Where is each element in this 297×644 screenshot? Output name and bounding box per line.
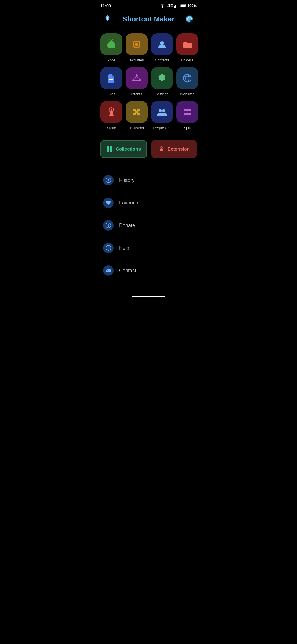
clock-icon: [105, 177, 111, 183]
websites-item[interactable]: Websites: [176, 67, 198, 96]
grid-icon: [106, 146, 113, 152]
apps-icon-bg: [100, 33, 122, 55]
question-icon: ?: [105, 245, 111, 251]
files-item[interactable]: Files: [100, 67, 122, 96]
svg-rect-1: [174, 6, 175, 8]
grid-row-1: Apps Activities Contacts: [100, 33, 197, 62]
files-icon: [105, 72, 117, 84]
group-icon: [156, 106, 168, 118]
split-item[interactable]: Split: [176, 101, 198, 130]
intents-item[interactable]: Intents: [126, 67, 148, 96]
favourite-label: Favourite: [119, 200, 140, 206]
settings-item[interactable]: Settings: [151, 67, 173, 96]
dollar-icon: $: [105, 222, 111, 228]
files-label: Files: [108, 92, 115, 96]
collections-button[interactable]: Collections: [100, 140, 147, 158]
extension-button[interactable]: Extension: [151, 140, 197, 158]
extension-label: Extension: [167, 146, 190, 152]
svg-point-13: [191, 18, 192, 19]
custom-item[interactable]: #Custom: [126, 101, 148, 130]
svg-line-19: [110, 39, 111, 41]
requested-icon-bg: [151, 101, 173, 123]
lte-label: LTE: [166, 4, 173, 8]
activities-icon: [131, 38, 143, 50]
contacts-icon: [156, 38, 168, 50]
split-icon: [181, 106, 193, 118]
svg-rect-6: [180, 5, 185, 7]
menu-list: History Favourite $ Donate ? Help: [95, 166, 202, 293]
contacts-icon-bg: [151, 33, 173, 55]
contact-menu-item[interactable]: Contact: [100, 259, 197, 282]
activities-icon-bg: [126, 33, 148, 55]
mail-icon-bg: [103, 265, 114, 276]
contacts-item[interactable]: Contacts: [151, 33, 173, 62]
svg-rect-46: [110, 146, 112, 149]
split-icon-bg: [176, 101, 198, 123]
static-icon-bg: [100, 101, 122, 123]
clock-icon-bg: [103, 175, 114, 185]
badge-button[interactable]: !: [101, 13, 114, 25]
static-item[interactable]: Static: [100, 101, 122, 130]
question-icon-bg: ?: [103, 243, 114, 253]
websites-icon-bg: [176, 67, 198, 89]
intents-label: Intents: [131, 92, 142, 96]
settings-icon-bg: [151, 67, 173, 89]
svg-rect-48: [110, 149, 112, 152]
activities-item[interactable]: Activities: [126, 33, 148, 62]
palette-button[interactable]: [183, 13, 196, 25]
svg-point-11: [188, 17, 189, 18]
folders-item[interactable]: Folders: [176, 33, 198, 62]
battery-icon: [180, 4, 186, 7]
svg-rect-45: [107, 146, 109, 149]
folder-icon: [181, 38, 193, 50]
activities-label: Activities: [130, 58, 144, 62]
collections-label: Collections: [116, 146, 141, 152]
svg-point-42: [162, 109, 165, 112]
grid-row-2: Files Intents: [100, 67, 197, 96]
svg-line-31: [133, 77, 137, 79]
svg-line-53: [108, 180, 109, 181]
apps-item[interactable]: Apps: [100, 33, 122, 62]
contact-label: Contact: [119, 268, 136, 274]
svg-point-28: [136, 74, 138, 77]
custom-icon-bg: [126, 101, 148, 123]
svg-rect-44: [184, 113, 191, 115]
help-menu-item[interactable]: ? Help: [100, 237, 197, 259]
heart-icon: [105, 200, 111, 206]
donate-menu-item[interactable]: $ Donate: [100, 214, 197, 237]
puzzle-icon: [131, 106, 143, 118]
svg-text:!: !: [107, 17, 108, 21]
globe-icon: [181, 72, 193, 84]
requested-label: Requested: [153, 126, 171, 130]
palette-icon: [185, 14, 194, 24]
files-icon-bg: [100, 67, 122, 89]
mail-icon: [105, 268, 111, 274]
history-menu-item[interactable]: History: [100, 169, 197, 192]
favourite-menu-item[interactable]: Favourite: [100, 192, 197, 214]
help-label: Help: [119, 245, 129, 251]
android-icon: [105, 38, 117, 50]
signal-icon: [174, 4, 179, 8]
home-indicator: [132, 296, 165, 297]
svg-rect-4: [178, 4, 178, 8]
shortcut-grid: Apps Activities Contacts: [95, 31, 202, 138]
svg-rect-2: [175, 5, 176, 8]
svg-rect-47: [107, 149, 109, 152]
action-buttons: Collections Extension: [95, 138, 202, 166]
svg-rect-7: [185, 5, 186, 6]
donate-label: Donate: [119, 223, 135, 228]
status-icons: LTE 100%: [160, 4, 197, 8]
svg-text:?: ?: [107, 246, 109, 250]
folders-icon-bg: [176, 33, 198, 55]
settings-gear-icon: [156, 72, 168, 84]
requested-item[interactable]: Requested: [151, 101, 173, 130]
battery-label: 100%: [188, 4, 197, 8]
svg-rect-16: [108, 45, 115, 48]
app-header: ! Shortcut Maker: [95, 10, 202, 31]
svg-point-12: [190, 17, 191, 18]
app-title: Shortcut Maker: [114, 15, 183, 23]
grid-row-3: Static #Custom Requested: [100, 101, 197, 130]
contacts-label: Contacts: [155, 58, 169, 62]
touch-icon: [105, 106, 117, 118]
svg-line-20: [111, 39, 113, 41]
